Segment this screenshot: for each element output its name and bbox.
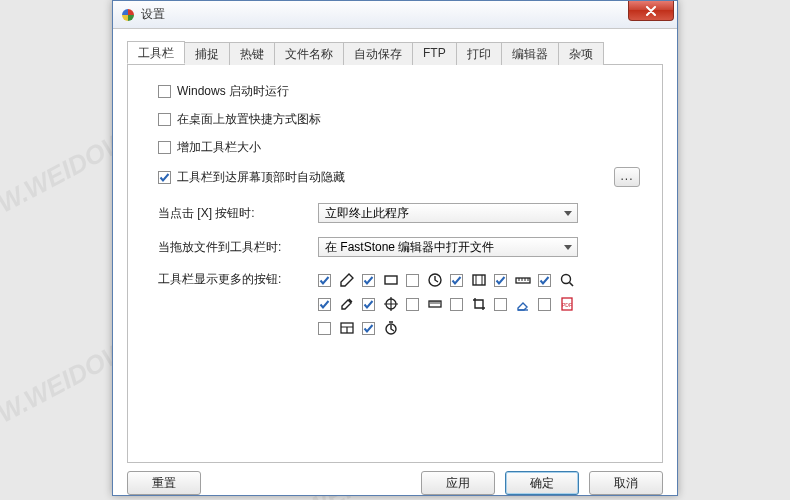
cancel-button[interactable]: 取消 [589,471,663,495]
icon-option-ruler [406,295,446,313]
checkbox-layout[interactable] [318,322,331,335]
icon-option-timer [362,319,402,337]
checkbox-auto-hide[interactable] [158,171,171,184]
crosshair-icon [381,295,401,313]
checkbox-crop[interactable] [450,298,463,311]
checkbox-clock[interactable] [406,274,419,287]
checkbox-larger-toolbar[interactable] [158,141,171,154]
icon-option-film [450,271,490,289]
reset-button[interactable]: 重置 [127,471,201,495]
svg-rect-2 [473,275,485,285]
label-drag-file: 当拖放文件到工具栏时: [158,239,318,256]
settings-window: 设置 工具栏捕捉热键文件名称自动保存FTP打印编辑器杂项 Windows 启动时… [112,0,678,496]
rectangle-icon [381,271,401,289]
ok-button[interactable]: 确定 [505,471,579,495]
film-icon [469,271,489,289]
checkbox-draw[interactable] [318,274,331,287]
pdf-icon: PDF [557,295,577,313]
dropdown-click-x-value: 立即终止此程序 [325,206,409,220]
clock-icon [425,271,445,289]
draw-icon [337,271,357,289]
tab-5[interactable]: FTP [413,42,457,65]
eraser-icon [513,295,533,313]
client-area: 工具栏捕捉热键文件名称自动保存FTP打印编辑器杂项 Windows 启动时运行 … [113,29,677,500]
tab-0[interactable]: 工具栏 [127,41,185,64]
checkbox-pdf[interactable] [538,298,551,311]
icon-option-crosshair [362,295,402,313]
ruler-icon [425,295,445,313]
checkbox-crosshair[interactable] [362,298,375,311]
close-button[interactable] [628,1,674,21]
tab-strip: 工具栏捕捉热键文件名称自动保存FTP打印编辑器杂项 [127,41,663,65]
titlebar: 设置 [113,1,677,29]
dropdown-click-x[interactable]: 立即终止此程序 [318,203,578,223]
dropdown-drag-file[interactable]: 在 FastStone 编辑器中打开文件 [318,237,578,257]
tab-8[interactable]: 杂项 [559,42,604,65]
checkbox-eyedropper[interactable] [318,298,331,311]
tab-panel-toolbar: Windows 启动时运行 在桌面上放置快捷方式图标 增加工具栏大小 工具栏到达… [127,65,663,463]
tab-7[interactable]: 编辑器 [502,42,559,65]
app-icon [121,8,135,22]
checkbox-eraser[interactable] [494,298,507,311]
button-bar: 重置 应用 确定 取消 [127,471,663,495]
checkbox-desktop-shortcut[interactable] [158,113,171,126]
checkbox-run-on-startup[interactable] [158,85,171,98]
tab-6[interactable]: 打印 [457,42,502,65]
svg-rect-0 [385,276,397,284]
icon-option-draw [318,271,358,289]
toolbar-icon-grid: PDF [318,271,588,337]
checkbox-rectangle[interactable] [362,274,375,287]
label-run-on-startup[interactable]: Windows 启动时运行 [177,83,289,100]
magnify-icon [557,271,577,289]
icon-option-magnify [538,271,578,289]
ruler-h-icon [513,271,533,289]
label-larger-toolbar[interactable]: 增加工具栏大小 [177,139,261,156]
icon-option-pdf: PDF [538,295,578,313]
label-more-buttons: 工具栏显示更多的按钮: [158,271,318,288]
icon-option-clock [406,271,446,289]
svg-point-4 [562,275,571,284]
label-auto-hide[interactable]: 工具栏到达屏幕顶部时自动隐藏 [177,169,345,186]
dropdown-drag-file-value: 在 FastStone 编辑器中打开文件 [325,240,494,254]
tab-1[interactable]: 捕捉 [185,42,230,65]
tab-4[interactable]: 自动保存 [344,42,413,65]
layout-icon [337,319,357,337]
checkbox-magnify[interactable] [538,274,551,287]
auto-hide-options-button[interactable]: ... [614,167,640,187]
checkbox-timer[interactable] [362,322,375,335]
icon-option-rectangle [362,271,402,289]
icon-option-layout [318,319,358,337]
svg-text:PDF: PDF [562,302,572,308]
icon-option-crop [450,295,490,313]
eyedropper-icon [337,295,357,313]
label-desktop-shortcut[interactable]: 在桌面上放置快捷方式图标 [177,111,321,128]
tab-2[interactable]: 热键 [230,42,275,65]
tab-3[interactable]: 文件名称 [275,42,344,65]
timer-icon [381,319,401,337]
window-title: 设置 [141,6,165,23]
checkbox-ruler-h[interactable] [494,274,507,287]
checkbox-ruler[interactable] [406,298,419,311]
icon-option-eraser [494,295,534,313]
icon-option-eyedropper [318,295,358,313]
apply-button[interactable]: 应用 [421,471,495,495]
crop-icon [469,295,489,313]
label-click-x: 当点击 [X] 按钮时: [158,205,318,222]
icon-option-ruler-h [494,271,534,289]
checkbox-film[interactable] [450,274,463,287]
